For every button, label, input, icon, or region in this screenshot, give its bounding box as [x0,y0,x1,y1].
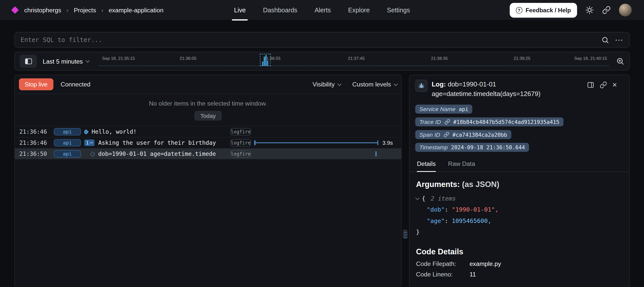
log-list: 21:36:46 api Hello, world! logfire 21:36… [15,126,401,159]
sidebar-toggle-icon [25,58,32,64]
breadcrumb-org[interactable]: christophergs [24,7,61,14]
search-icon[interactable] [601,36,609,44]
user-avatar[interactable] [619,4,632,17]
visibility-dropdown[interactable]: Visibility [312,81,341,88]
more-options-icon[interactable]: ⋯ [615,35,623,45]
log-level-diamond-icon [90,151,95,157]
breadcrumb: christophergs › Projects › example-appli… [24,7,163,14]
json-entry: "dob": "1990-01-01", [416,204,623,215]
details-title-text: dob=1990-01-01 age=datetime.timedelta(da… [432,81,541,98]
details-body: Arguments: (as JSON) { 2 items "dob": "1… [415,172,624,278]
log-row[interactable]: 21:36:46 api Hello, world! logfire [15,126,401,137]
service-badge: api [54,128,81,135]
timeline-panel: Last 5 minutes Sep 18, 21:35:15 21:36:05… [14,52,630,71]
tab-live[interactable]: Live [225,0,254,20]
timeline-tick: 21:37:45 [348,56,365,61]
span-id-pill[interactable]: Span ID #ca741384ca2a20bb [415,130,511,139]
custom-levels-label: Custom levels [352,81,391,88]
log-timestamp: 21:36:46 [15,128,54,135]
top-navbar: christophergs › Projects › example-appli… [0,0,644,21]
details-header-actions: × [587,80,617,99]
stop-live-button[interactable]: Stop live [19,78,53,90]
scope-tag: logfire [230,150,251,158]
breadcrumb-separator-icon: › [67,7,69,13]
custom-levels-dropdown[interactable]: Custom levels [352,81,397,88]
code-filepath-value: example.py [469,260,501,267]
json-items-count: 2 items [431,194,456,205]
sql-filter-input[interactable] [21,36,601,43]
log-message: Asking the user for their birthday [98,139,216,146]
service-badge: api [54,139,81,146]
feedback-help-button[interactable]: ? Feedback / Help [509,3,577,18]
live-panel-header: Stop live Connected Visibility Custom le… [15,75,401,94]
json-close-brace: } [416,226,623,237]
share-link-button[interactable] [602,6,611,14]
timeline-tick: 21:39:25 [514,56,531,61]
time-range-select[interactable]: Last 5 minutes [43,58,89,65]
log-timestamp: 21:36:46 [15,139,54,146]
main-nav-tabs: Live Dashboards Alerts Explore Settings [225,0,419,20]
metadata-pills: Service Name api Trace ID #18b84cb4847b5… [415,105,624,152]
empty-window-message: No older items in the selected time wind… [15,100,401,107]
log-details-panel: Log: dob=1990-01-01 age=datetime.timedel… [409,75,630,287]
service-badge: api [54,150,81,158]
breadcrumb-projects[interactable]: Projects [74,7,96,14]
json-collapse-icon[interactable] [416,196,420,200]
timeline-tick: 21:38:35 [431,56,448,61]
connection-status: Connected [61,81,90,88]
timeline-tick: 21:36:05 [180,56,196,61]
timeline-tick: Sep 18, 21:35:15 [102,56,135,61]
app-root: christophergs › Projects › example-appli… [0,0,644,287]
code-filepath-label: Code Filepath: [416,260,468,267]
tab-alerts[interactable]: Alerts [306,0,339,20]
log-row[interactable]: 21:36:46 api 1 Asking the user for their… [15,137,401,148]
today-button[interactable]: Today [194,111,222,121]
tab-details[interactable]: Details [417,160,436,172]
tab-dashboards[interactable]: Dashboards [254,0,306,20]
sidebar-toggle-button[interactable] [20,55,37,68]
link-icon [444,119,450,125]
close-icon[interactable]: × [612,81,617,88]
log-type-icon-box [415,80,428,92]
breadcrumb-separator-icon: › [101,7,103,13]
navbar-right: ? Feedback / Help [509,3,632,18]
main-split: Stop live Connected Visibility Custom le… [14,75,630,287]
timeline-zoom-button[interactable] [616,57,624,65]
bug-icon [418,82,425,89]
page-content: ⋯ Last 5 minutes Sep 18, 21:35:15 21:36:… [0,32,644,287]
collapse-toggle[interactable]: 1 [84,139,95,146]
log-row-selected[interactable]: 21:36:50 api dob=1990-01-01 age=datetime… [15,148,401,159]
log-message: dob=1990-01-01 age=datetime.timede [98,151,216,157]
zoom-in-icon [616,57,624,65]
panel-layout-icon[interactable] [587,81,594,88]
log-message: Hello, world! [92,128,137,135]
timestamp-pill[interactable]: Timestamp 2024-09-18 21:36:50.644 [415,143,529,152]
breadcrumb-project-name[interactable]: example-application [109,7,164,14]
tab-raw-data[interactable]: Raw Data [448,160,475,172]
help-icon: ? [516,7,522,13]
json-open-brace: { [422,194,425,205]
code-lineno-value: 11 [469,271,476,278]
code-details-heading: Code Details [416,247,623,256]
copy-link-icon[interactable] [600,81,607,88]
span-duration-label: 3.9s [382,140,401,146]
histogram-bar [264,57,265,66]
span-duration-bar [254,140,378,145]
sql-filter-bar: ⋯ [14,32,630,47]
tab-settings[interactable]: Settings [378,0,419,20]
theme-toggle-button[interactable] [585,6,594,14]
panel-resize-handle[interactable] [403,230,408,239]
code-filepath-row: Code Filepath: example.py [416,260,623,267]
link-icon [602,6,611,14]
tab-explore[interactable]: Explore [339,0,378,20]
timeline-baseline [99,66,609,66]
json-entry: "age": 1095465600, [416,215,623,226]
trace-id-pill[interactable]: Trace ID #18b84cb4847b5d574c4ad9121935a4… [415,118,564,127]
service-name-pill[interactable]: Service Name api [415,105,473,114]
histogram-bar [267,61,268,66]
time-range-label: Last 5 minutes [43,58,83,65]
logfire-logo-icon[interactable] [11,6,19,14]
live-log-panel: Stop live Connected Visibility Custom le… [14,75,402,287]
empty-window-block: No older items in the selected time wind… [15,94,401,126]
timeline-track[interactable]: Sep 18, 21:35:15 21:36:05 21:36:55 21:37… [99,52,609,70]
